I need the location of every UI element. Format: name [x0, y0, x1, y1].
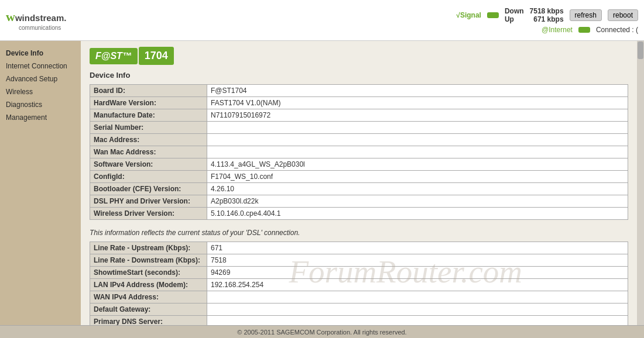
- row-value: 4.113.4_a4GL_WS_A2pB030l: [207, 158, 628, 171]
- main-layout: Device Info Internet Connection Advanced…: [0, 41, 644, 325]
- table-row: Wan Mac Address:: [90, 146, 628, 158]
- row-label: Line Rate - Downstream (Kbps):: [90, 254, 207, 267]
- internet-indicator: [578, 27, 590, 33]
- brand-name: F@ST™: [90, 48, 138, 64]
- row-label: Wan Mac Address:: [90, 146, 207, 158]
- table-row: Manufacture Date:N71107915016972: [90, 109, 628, 122]
- row-value: N71107915016972: [207, 109, 628, 122]
- header: wwindstream. communications √Signal Down…: [0, 0, 644, 41]
- logo-area: wwindstream. communications: [6, 9, 66, 31]
- row-value: [207, 122, 628, 134]
- row-value: 671: [207, 242, 628, 254]
- footer-text: © 2005-2011 SAGEMCOM Corporation. All ri…: [237, 329, 406, 336]
- row-value: A2pB030l.d22k: [207, 195, 628, 208]
- page-title: Device Info: [81, 71, 637, 84]
- content-area: F@ST™ 1704 Device Info Board ID:F@ST1704…: [81, 41, 637, 325]
- row-value: 5.10.146.0.cpe4.404.1: [207, 208, 628, 220]
- row-value: [207, 316, 628, 326]
- table-row: Line Rate - Downstream (Kbps):7518: [90, 254, 628, 267]
- info-note: This information reflects the current st…: [81, 226, 637, 242]
- row-value: 4.26.10: [207, 183, 628, 195]
- row-label: Board ID:: [90, 85, 207, 97]
- sidebar-item-device-info[interactable]: Device Info: [0, 47, 81, 60]
- sidebar: Device Info Internet Connection Advanced…: [0, 41, 81, 325]
- row-label: WAN IPv4 Address:: [90, 291, 207, 303]
- row-label: LAN IPv4 Address (Modem):: [90, 279, 207, 291]
- brand-model: 1704: [139, 47, 174, 65]
- table-row: Primary DNS Server:: [90, 316, 628, 326]
- table-row: Line Rate - Upstream (Kbps):671: [90, 242, 628, 254]
- row-value: 94269: [207, 267, 628, 279]
- speed-down-label: Down Up: [505, 7, 524, 23]
- row-label: Bootloader (CFE) Version:: [90, 183, 207, 195]
- row-value: FAST1704 V1.0(NAM): [207, 97, 628, 109]
- speed-values: 7518 kbps 671 kbps: [530, 7, 564, 23]
- table-row: ShowtimeStart (seconds):94269: [90, 267, 628, 279]
- row-label: Line Rate - Upstream (Kbps):: [90, 242, 207, 254]
- row-label: ConfigId:: [90, 171, 207, 183]
- row-label: Wireless Driver Version:: [90, 208, 207, 220]
- signal-label: √Signal: [456, 11, 481, 19]
- signal-indicator: [487, 12, 499, 18]
- header-top-row: √Signal Down Up 7518 kbps 671 kbps refre…: [456, 7, 638, 23]
- connected-label: Connected : (: [596, 26, 638, 34]
- logo-main: wwindstream.: [6, 9, 66, 25]
- scroll-thumb[interactable]: [638, 42, 643, 59]
- sidebar-item-internet-connection[interactable]: Internet Connection: [0, 60, 81, 73]
- table-row: Mac Address:: [90, 134, 628, 146]
- logo-text: wwindstream.: [6, 13, 66, 23]
- device-info-table: Board ID:F@ST1704HardWare Version:FAST17…: [90, 84, 628, 220]
- row-value: 192.168.254.254: [207, 279, 628, 291]
- dsl-table: Line Rate - Upstream (Kbps):671Line Rate…: [90, 242, 628, 325]
- row-label: Primary DNS Server:: [90, 316, 207, 326]
- table-row: WAN IPv4 Address:: [90, 291, 628, 303]
- row-label: DSL PHY and Driver Version:: [90, 195, 207, 208]
- row-label: Software Version:: [90, 158, 207, 171]
- table-row: DSL PHY and Driver Version:A2pB030l.d22k: [90, 195, 628, 208]
- table-row: Wireless Driver Version:5.10.146.0.cpe4.…: [90, 208, 628, 220]
- row-value: 7518: [207, 254, 628, 267]
- reboot-button[interactable]: reboot: [608, 9, 638, 21]
- table-row: HardWare Version:FAST1704 V1.0(NAM): [90, 97, 628, 109]
- sidebar-item-wireless[interactable]: Wireless: [0, 85, 81, 98]
- refresh-button[interactable]: refresh: [570, 9, 602, 21]
- sidebar-item-advanced-setup[interactable]: Advanced Setup: [0, 73, 81, 85]
- logo-sub: communications: [19, 25, 66, 31]
- header-right: √Signal Down Up 7518 kbps 671 kbps refre…: [456, 7, 638, 34]
- row-label: Default Gateway:: [90, 303, 207, 316]
- table-row: Software Version:4.113.4_a4GL_WS_A2pB030…: [90, 158, 628, 171]
- scrollbar[interactable]: [637, 41, 644, 325]
- row-value: [207, 146, 628, 158]
- row-label: Mac Address:: [90, 134, 207, 146]
- row-label: HardWare Version:: [90, 97, 207, 109]
- table-row: ConfigId:F1704_WS_10.conf: [90, 171, 628, 183]
- footer: © 2005-2011 SAGEMCOM Corporation. All ri…: [0, 325, 644, 338]
- sidebar-item-diagnostics[interactable]: Diagnostics: [0, 98, 81, 111]
- table-row: Serial Number:: [90, 122, 628, 134]
- row-label: Serial Number:: [90, 122, 207, 134]
- brand-header: F@ST™ 1704: [81, 41, 637, 71]
- row-value: [207, 303, 628, 316]
- table-row: Bootloader (CFE) Version:4.26.10: [90, 183, 628, 195]
- row-label: Manufacture Date:: [90, 109, 207, 122]
- internet-label: @Internet: [542, 26, 573, 34]
- row-value: [207, 134, 628, 146]
- table-row: LAN IPv4 Address (Modem):192.168.254.254: [90, 279, 628, 291]
- row-label: ShowtimeStart (seconds):: [90, 267, 207, 279]
- row-value: F@ST1704: [207, 85, 628, 97]
- row-value: F1704_WS_10.conf: [207, 171, 628, 183]
- table-row: Default Gateway:: [90, 303, 628, 316]
- row-value: [207, 291, 628, 303]
- sidebar-item-management[interactable]: Management: [0, 111, 81, 124]
- table-row: Board ID:F@ST1704: [90, 85, 628, 97]
- header-bottom-row: @Internet Connected : (: [542, 26, 638, 34]
